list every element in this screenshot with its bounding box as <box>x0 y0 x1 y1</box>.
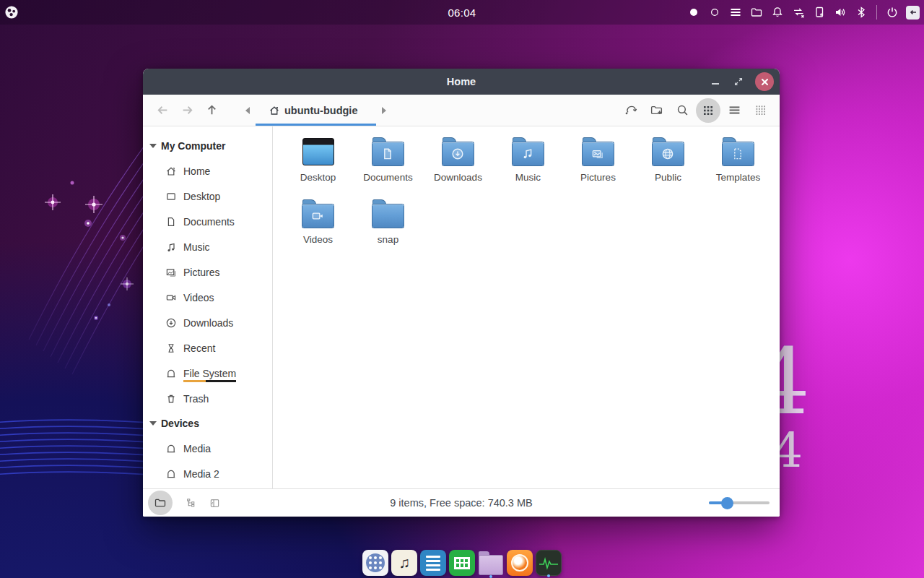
bluetooth-icon[interactable] <box>854 5 868 20</box>
compact-view-button[interactable] <box>748 98 772 123</box>
titlebar[interactable]: Home <box>143 69 780 95</box>
notifications-bell-icon[interactable] <box>770 5 785 20</box>
sidebar-item-trash[interactable]: Trash <box>143 386 272 411</box>
minimize-button[interactable] <box>709 75 722 88</box>
file-item-templates[interactable]: Templates <box>703 135 773 197</box>
documents-folder-icon <box>372 135 405 168</box>
statusbar: 9 items, Free space: 740.3 MB <box>143 488 780 517</box>
dock-system-monitor[interactable] <box>536 550 562 576</box>
file-item-public[interactable]: Public <box>633 135 703 197</box>
disk-usage-bar <box>183 380 236 382</box>
toggle-location-entry-button[interactable] <box>618 98 642 123</box>
templates-folder-icon <box>722 135 755 168</box>
running-indicator <box>489 575 492 578</box>
table-grid-icon <box>454 557 470 569</box>
file-item-documents[interactable]: Documents <box>353 135 423 197</box>
sidebar: My Computer Home Desktop Documents Music… <box>143 126 273 488</box>
power-icon[interactable] <box>885 5 899 20</box>
downloads-folder-icon <box>442 135 475 168</box>
running-indicator <box>547 574 550 577</box>
zoom-slider-handle[interactable] <box>721 497 733 509</box>
breadcrumb-prev-icon[interactable] <box>245 107 250 114</box>
zoom-slider[interactable] <box>709 496 770 509</box>
menu-icon[interactable] <box>728 5 743 20</box>
sidebar-item-media[interactable]: Media <box>143 436 272 461</box>
dock-app-launcher[interactable] <box>362 550 388 576</box>
music-note-icon <box>165 241 177 253</box>
search-button[interactable] <box>670 98 694 123</box>
dock-file-manager[interactable] <box>478 550 504 576</box>
network-offline-icon[interactable] <box>791 5 806 20</box>
sidebar-item-music[interactable]: Music <box>143 234 272 259</box>
document-icon <box>165 216 177 228</box>
sidebar-item-desktop[interactable]: Desktop <box>143 184 272 209</box>
file-manager-window: Home ubuntu-budgie <box>143 69 780 517</box>
music-folder-icon <box>512 135 545 168</box>
sidebar-item-recent[interactable]: Recent <box>143 335 272 361</box>
picture-icon <box>165 267 177 278</box>
panel-separator <box>876 5 877 20</box>
workspace-dot-active-icon[interactable] <box>687 5 701 20</box>
sidebar-section-devices[interactable]: Devices <box>143 411 272 436</box>
videos-folder-icon <box>302 197 335 230</box>
dock-music-player[interactable]: ♫ <box>391 550 417 576</box>
public-folder-icon <box>652 135 685 168</box>
dock-firefox[interactable] <box>507 550 533 576</box>
disk-icon <box>165 443 177 454</box>
file-item-pictures[interactable]: Pictures <box>563 135 633 197</box>
breadcrumb-home-button[interactable]: ubuntu-budgie <box>256 95 376 126</box>
back-button[interactable] <box>150 98 175 123</box>
sidebar-item-pictures[interactable]: Pictures <box>143 259 272 285</box>
hourglass-icon <box>165 342 177 354</box>
desktop-icon <box>165 191 177 202</box>
sidebar-section-my-computer[interactable]: My Computer <box>143 134 272 158</box>
list-view-button[interactable] <box>722 98 746 123</box>
file-item-snap[interactable]: snap <box>353 197 423 259</box>
disk-usage-free <box>206 380 236 382</box>
system-tray <box>687 0 920 25</box>
tray-expander-icon[interactable] <box>906 6 920 20</box>
breadcrumb-next-icon[interactable] <box>382 107 386 114</box>
dock-word-processor[interactable] <box>420 550 446 576</box>
video-camera-icon <box>165 292 177 303</box>
sidebar-item-media-2[interactable]: Media 2 <box>143 461 272 486</box>
home-icon <box>269 105 280 116</box>
sparkle-stars <box>45 181 134 321</box>
sidebar-item-videos[interactable]: Videos <box>143 285 272 310</box>
file-item-videos[interactable]: Videos <box>283 197 353 259</box>
file-item-music[interactable]: Music <box>493 135 563 197</box>
forward-button[interactable] <box>175 98 199 123</box>
volume-icon[interactable] <box>833 5 847 20</box>
desktop-folder-icon <box>302 138 334 165</box>
disk-icon <box>165 368 177 379</box>
device-sync-icon[interactable] <box>812 5 827 20</box>
file-item-downloads[interactable]: Downloads <box>423 135 493 197</box>
download-icon <box>165 317 177 329</box>
folder-icon <box>479 555 503 575</box>
firefox-globe-icon <box>511 554 528 571</box>
home-icon <box>165 165 177 177</box>
icon-view-button[interactable] <box>696 98 720 123</box>
file-item-desktop[interactable]: Desktop <box>283 135 353 197</box>
collapse-triangle-icon <box>149 144 157 148</box>
folder-applet-icon[interactable] <box>749 5 764 20</box>
sidebar-item-home[interactable]: Home <box>143 158 272 184</box>
sidebar-item-documents[interactable]: Documents <box>143 209 272 234</box>
trash-icon <box>165 393 177 405</box>
sidebar-item-file-system[interactable]: File System <box>143 361 272 386</box>
close-button[interactable] <box>755 72 774 91</box>
collapse-triangle-icon <box>149 421 157 426</box>
maximize-button[interactable] <box>732 75 745 88</box>
heartbeat-icon <box>539 556 559 570</box>
file-view[interactable]: Desktop Documents Downloads <box>273 126 780 488</box>
dock-spreadsheet[interactable] <box>449 550 475 576</box>
sidebar-item-downloads[interactable]: Downloads <box>143 310 272 335</box>
workspace-dot-inactive-icon[interactable] <box>707 5 722 20</box>
app-grid-icon <box>366 553 385 572</box>
dock: ♫ <box>0 550 924 576</box>
new-folder-button[interactable] <box>644 98 668 123</box>
up-button[interactable] <box>199 98 224 123</box>
music-note-icon: ♫ <box>398 554 410 571</box>
window-title: Home <box>143 76 780 87</box>
toolbar: ubuntu-budgie <box>143 95 780 126</box>
